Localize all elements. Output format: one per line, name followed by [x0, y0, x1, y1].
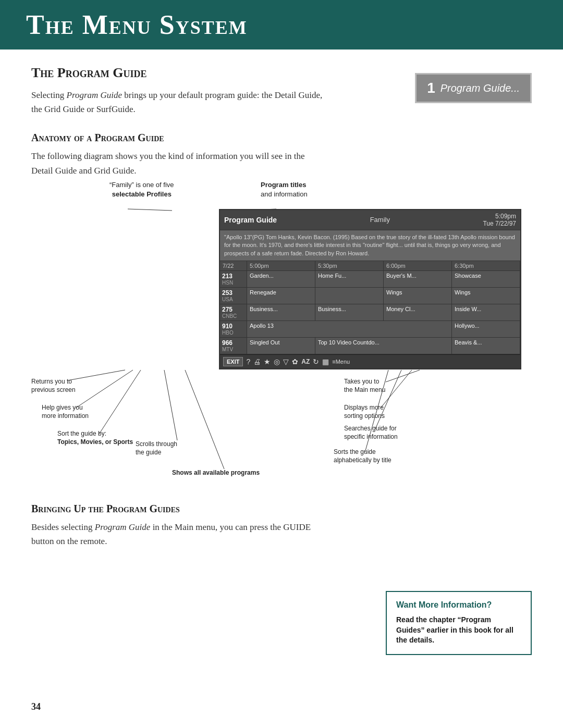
toolbar-bookmark-icon[interactable]: ★: [264, 357, 271, 366]
toolbar-down-icon[interactable]: ▽: [283, 357, 289, 366]
grid-date: 7/22: [220, 261, 247, 270]
annot-help: Help gives youmore information: [42, 404, 89, 420]
section2-body: The following diagram shows you the kind…: [31, 149, 323, 177]
annot-more-sorting: Displays moresorting options: [344, 404, 385, 420]
annot-scroll: Scrolls throughthe guide: [136, 440, 177, 456]
bottom-annotations: Returns you toprevious screen Help gives…: [31, 373, 532, 487]
guide-toolbar: EXIT ? 🖨 ★ ◎ ▽ ✿ AZ ↻ ▦ ≡Menu: [220, 354, 520, 368]
want-more-text: Read the chapter “Program Guides” earlie…: [396, 615, 521, 646]
cell-910-4[interactable]: Hollywo...: [452, 321, 520, 337]
cell-275-3[interactable]: Money Cl...: [384, 304, 452, 320]
cell-966-2[interactable]: Top 10 Video Countdo...: [315, 338, 452, 354]
svg-line-2: [68, 370, 125, 380]
ch-910-num: 910: [222, 323, 232, 330]
annot-main-menu: Takes you tothe Main menu: [344, 378, 385, 394]
section3-body: Besides selecting Program Guide in the M…: [31, 520, 323, 548]
guide-title: Program Guide: [224, 216, 277, 224]
toolbar-exit[interactable]: EXIT: [223, 357, 243, 366]
cell-253-4[interactable]: Wings: [452, 288, 520, 304]
toolbar-print-icon[interactable]: 🖨: [253, 357, 261, 366]
guide-grid-header: 7/22 5:00pm 5:30pm 6:00pm 6:30pm: [220, 261, 520, 271]
channel-213: 213 HSN: [220, 271, 247, 287]
annot-program-titles-text: Program titlesand information: [261, 181, 308, 198]
program-guide-label: Program Guide...: [440, 82, 520, 94]
ch-213-num: 213: [222, 273, 232, 280]
ch-213-name: HSN: [222, 280, 233, 286]
svg-line-7: [386, 370, 420, 382]
cell-213-4[interactable]: Showcase: [452, 271, 520, 287]
guide-header: Program Guide Family 5:09pmTue 7/22/97: [220, 210, 520, 230]
ch-966-num: 966: [222, 339, 232, 347]
guide-desc-text: "Apollo 13"(PG) Tom Hanks, Kevin Bacon. …: [224, 234, 515, 256]
annot-exit: Returns you toprevious screen: [31, 378, 76, 394]
toolbar-help[interactable]: ?: [246, 357, 250, 366]
section3-title: Bringing Up the Program Guides: [31, 503, 532, 515]
guide-row-213: 213 HSN Garden... Home Fu... Buyer's M..…: [220, 271, 520, 288]
toolbar-az-icon[interactable]: AZ: [301, 358, 310, 365]
annot-search: Searches guide forspecific information: [344, 425, 398, 441]
section1-body: Selecting Program Guide brings up your d…: [31, 88, 323, 116]
svg-line-5: [164, 370, 177, 440]
guide-row-253: 253 USA Renegade Wings Wings: [220, 288, 520, 304]
toolbar-globe-icon[interactable]: ◎: [274, 357, 280, 366]
toolbar-sort-icon[interactable]: ↻: [313, 357, 319, 366]
section-anatomy: Anatomy of a Program Guide The following…: [31, 132, 532, 487]
guide-row-275: 275 CNBC Business... Business... Money C…: [220, 304, 520, 321]
top-annotation-lines: [31, 180, 375, 212]
ch-275-num: 275: [222, 306, 232, 313]
cell-275-2[interactable]: Business...: [315, 304, 384, 320]
svg-line-4: [99, 370, 141, 434]
ch-910-name: HBO: [222, 330, 234, 336]
annot-shows-all: Shows all available programs: [172, 469, 260, 477]
guide-box: Program Guide Family 5:09pmTue 7/22/97 "…: [219, 209, 521, 369]
guide-datetime: 5:09pmTue 7/22/97: [483, 213, 516, 227]
grid-time2: 5:30pm: [315, 261, 384, 270]
channel-966: 966 MTV: [220, 338, 247, 354]
cell-966-4[interactable]: Beavis &...: [452, 338, 520, 354]
svg-line-3: [76, 370, 133, 408]
toolbar-menu-icon[interactable]: ≡Menu: [332, 359, 350, 365]
program-guide-button[interactable]: 1 Program Guide...: [415, 73, 532, 103]
toolbar-grid-icon[interactable]: ▦: [322, 357, 329, 366]
annot-family-text: “Family” is one of fiveselectable Profil…: [109, 181, 174, 198]
channel-253: 253 USA: [220, 288, 247, 304]
grid-time3: 6:00pm: [384, 261, 452, 270]
want-more-box: Want More Information? Read the chapter …: [386, 591, 532, 655]
ch-253-name: USA: [222, 297, 233, 302]
toolbar-sun-icon[interactable]: ✿: [292, 357, 298, 366]
channel-275: 275 CNBC: [220, 304, 247, 320]
cell-910-1[interactable]: Apollo 13: [247, 321, 452, 337]
cell-213-2[interactable]: Home Fu...: [315, 271, 384, 287]
cell-253-3[interactable]: Wings: [384, 288, 452, 304]
channel-910: 910 HBO: [220, 321, 247, 337]
svg-line-0: [128, 209, 172, 211]
cell-253-1[interactable]: Renegade: [247, 288, 315, 304]
cell-966-1[interactable]: Singled Out: [247, 338, 315, 354]
guide-row-910: 910 HBO Apollo 13 Hollywo...: [220, 321, 520, 338]
cell-253-2[interactable]: [315, 288, 384, 304]
guide-description: "Apollo 13"(PG) Tom Hanks, Kevin Bacon. …: [220, 230, 520, 261]
diagram: “Family” is one of fiveselectable Profil…: [31, 209, 532, 487]
guide-profile: Family: [370, 216, 390, 224]
ch-253-num: 253: [222, 289, 232, 297]
cell-213-3[interactable]: Buyer's M...: [384, 271, 452, 287]
grid-time1: 5:00pm: [247, 261, 315, 270]
svg-line-6: [185, 370, 224, 469]
section2-title: Anatomy of a Program Guide: [31, 132, 532, 144]
header-banner: The Menu System: [0, 0, 563, 50]
page-title: The Menu System: [26, 9, 542, 40]
cell-275-4[interactable]: Inside W...: [452, 304, 520, 320]
guide-row-966: 966 MTV Singled Out Top 10 Video Countdo…: [220, 338, 520, 354]
page-number: 34: [31, 701, 41, 712]
grid-time4: 6:30pm: [452, 261, 520, 270]
annot-sort: Sort the guide by:Topics, Movies, or Spo…: [57, 430, 133, 446]
cell-275-1[interactable]: Business...: [247, 304, 315, 320]
section-bringing-up: Bringing Up the Program Guides Besides s…: [31, 503, 532, 548]
annot-program-titles: Program titlesand information: [261, 180, 308, 199]
annot-family: “Family” is one of fiveselectable Profil…: [109, 180, 174, 199]
program-guide-number: 1: [427, 80, 435, 96]
want-more-title: Want More Information?: [396, 600, 521, 610]
ch-966-name: MTV: [222, 347, 233, 352]
ch-275-name: CNBC: [222, 313, 237, 319]
cell-213-1[interactable]: Garden...: [247, 271, 315, 287]
